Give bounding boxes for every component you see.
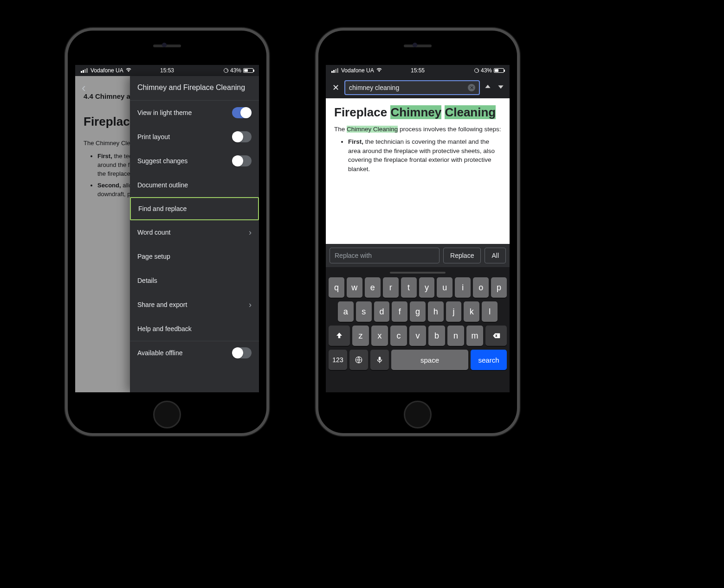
toggle-light-theme[interactable] <box>232 107 252 118</box>
keyboard: q w e r t y u i o p a s d <box>326 267 510 392</box>
match-highlight-secondary: Chimney Cleaning <box>347 126 398 133</box>
back-button[interactable]: ‹ <box>82 81 86 95</box>
toggle-suggest-changes[interactable] <box>232 155 252 166</box>
close-find-button[interactable]: ✕ <box>330 83 342 93</box>
prev-match-button[interactable] <box>483 83 493 92</box>
key-numbers[interactable]: 123 <box>329 350 347 370</box>
find-input-value: chimney cleaning <box>349 84 399 91</box>
menu-page-setup[interactable]: Page setup <box>130 244 259 268</box>
key-space[interactable]: space <box>391 350 468 370</box>
doc-title: Fireplace Chimney Cleaning <box>334 105 501 120</box>
home-button[interactable] <box>404 401 432 428</box>
doc-intro: The Chimney Cleaning process involves th… <box>334 125 501 134</box>
key-backspace[interactable] <box>485 326 507 346</box>
menu-share-and-export[interactable]: Share and export › <box>130 293 259 317</box>
chevron-right-icon: › <box>249 300 252 310</box>
key-q[interactable]: q <box>329 277 344 298</box>
keyboard-handle <box>390 272 446 274</box>
replace-input[interactable]: Replace with <box>330 248 440 263</box>
find-bar: ✕ chimney cleaning ✕ <box>326 77 510 98</box>
key-dictation[interactable] <box>370 350 389 370</box>
key-v[interactable]: v <box>409 326 426 346</box>
menu-document-outline[interactable]: Document outline <box>130 173 259 197</box>
battery-icon <box>494 68 504 73</box>
key-o[interactable]: o <box>473 277 489 298</box>
overflow-menu: Chimney and Fireplace Cleaning View in l… <box>130 76 259 392</box>
key-f[interactable]: f <box>392 301 407 322</box>
device-frame-right: Vodafone UA 15:55 43% ✕ <box>316 28 520 436</box>
stage: Vodafone UA 15:53 43% 4.4 Chimney and Fi <box>0 0 724 588</box>
key-z[interactable]: z <box>352 326 369 346</box>
menu-item-label: Document outline <box>137 181 188 189</box>
carrier-text: Vodafone UA <box>341 67 374 74</box>
menu-item-label: View in light theme <box>137 109 192 116</box>
signal-icon <box>331 68 338 73</box>
wifi-icon <box>376 67 382 74</box>
key-i[interactable]: i <box>455 277 471 298</box>
key-p[interactable]: p <box>491 277 507 298</box>
next-match-button[interactable] <box>496 83 506 92</box>
menu-item-label: Available offline <box>137 349 183 357</box>
menu-print-layout[interactable]: Print layout <box>130 125 259 149</box>
match-highlight: Cleaning <box>445 105 496 119</box>
menu-details[interactable]: Details <box>130 268 259 293</box>
screen-left: Vodafone UA 15:53 43% 4.4 Chimney and Fi <box>75 65 259 392</box>
battery-icon <box>243 68 253 73</box>
speaker <box>404 45 432 47</box>
status-bar: Vodafone UA 15:55 43% <box>326 65 510 76</box>
key-shift[interactable] <box>329 326 350 346</box>
key-c[interactable]: c <box>390 326 407 346</box>
speaker <box>153 45 181 47</box>
key-g[interactable]: g <box>410 301 426 322</box>
menu-view-light-theme[interactable]: View in light theme <box>130 101 259 125</box>
key-globe[interactable] <box>349 350 368 370</box>
menu-suggest-changes[interactable]: Suggest changes <box>130 149 259 173</box>
menu-item-label: Print layout <box>137 133 170 141</box>
home-button[interactable] <box>153 401 181 428</box>
front-camera <box>162 43 167 47</box>
replace-bar: Replace with Replace All <box>326 244 510 267</box>
key-w[interactable]: w <box>347 277 362 298</box>
battery-percent: 43% <box>230 67 241 74</box>
key-a[interactable]: a <box>338 301 354 322</box>
document-content[interactable]: Fireplace Chimney Cleaning The Chimney C… <box>326 98 510 244</box>
key-search[interactable]: search <box>471 350 507 370</box>
key-u[interactable]: u <box>437 277 452 298</box>
menu-available-offline[interactable]: Available offline <box>130 341 259 365</box>
toggle-available-offline[interactable] <box>232 347 252 358</box>
key-row-1: q w e r t y u i o p <box>328 277 508 298</box>
key-row-3: z x c v b n m <box>328 326 508 346</box>
chevron-right-icon: › <box>249 228 252 237</box>
doc-bullet: First, the technician is covering the ma… <box>348 137 501 173</box>
match-highlight: Chimney <box>390 105 441 119</box>
key-j[interactable]: j <box>446 301 462 322</box>
key-k[interactable]: k <box>464 301 479 322</box>
menu-item-label: Share and export <box>137 301 187 308</box>
menu-item-label: Details <box>137 277 157 284</box>
clear-search-icon[interactable]: ✕ <box>468 84 475 91</box>
replace-button[interactable]: Replace <box>443 248 481 263</box>
key-e[interactable]: e <box>365 277 381 298</box>
menu-item-label: Word count <box>137 229 170 236</box>
toggle-print-layout[interactable] <box>232 131 252 142</box>
key-b[interactable]: b <box>428 326 445 346</box>
menu-word-count[interactable]: Word count › <box>130 220 259 244</box>
battery-percent: 43% <box>481 67 492 74</box>
key-n[interactable]: n <box>447 326 464 346</box>
rotation-lock-icon <box>474 68 479 73</box>
find-input[interactable]: chimney cleaning ✕ <box>344 80 480 95</box>
key-x[interactable]: x <box>371 326 388 346</box>
key-d[interactable]: d <box>374 301 390 322</box>
key-y[interactable]: y <box>419 277 435 298</box>
key-m[interactable]: m <box>466 326 483 346</box>
key-t[interactable]: t <box>401 277 417 298</box>
replace-all-button[interactable]: All <box>485 248 506 263</box>
key-s[interactable]: s <box>356 301 372 322</box>
key-h[interactable]: h <box>428 301 444 322</box>
menu-find-and-replace[interactable]: Find and replace <box>130 197 259 220</box>
key-l[interactable]: l <box>482 301 498 322</box>
key-r[interactable]: r <box>383 277 399 298</box>
replace-placeholder: Replace with <box>335 252 372 259</box>
menu-help-and-feedback[interactable]: Help and feedback <box>130 317 259 341</box>
key-row-2: a s d f g h j k l <box>328 301 508 322</box>
